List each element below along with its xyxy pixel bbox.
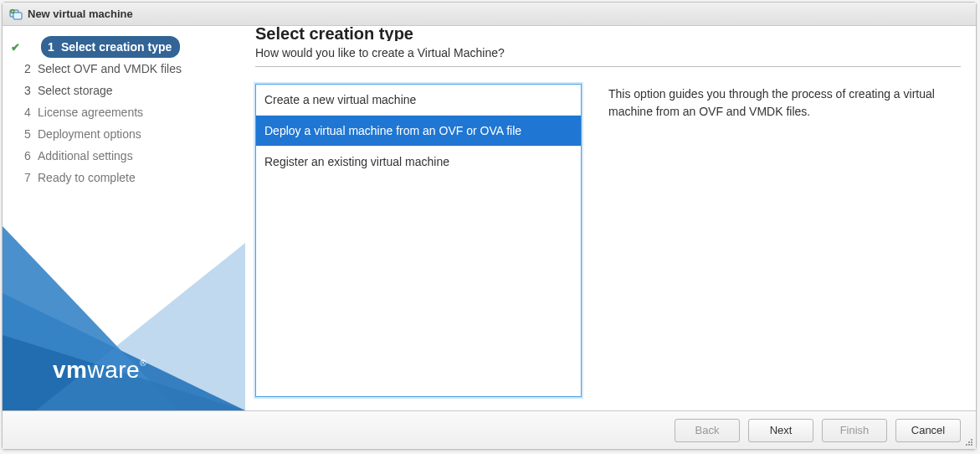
vm-icon bbox=[9, 8, 23, 21]
wizard-step-7[interactable]: ✔7Ready to complete bbox=[3, 167, 245, 188]
creation-type-list[interactable]: Create a new virtual machineDeploy a vir… bbox=[255, 84, 582, 397]
logo-bold: vm bbox=[53, 357, 87, 383]
step-label: License agreements bbox=[38, 106, 143, 119]
step-label: Deployment options bbox=[38, 127, 141, 141]
svg-rect-10 bbox=[971, 444, 972, 446]
step-number: 4 bbox=[24, 106, 38, 119]
main-panel: Select creation type How would you like … bbox=[245, 26, 976, 410]
dialog-body: ✔1Select creation type✔2Select OVF and V… bbox=[3, 26, 976, 410]
step-label: Select creation type bbox=[61, 40, 172, 54]
resize-grip-icon[interactable] bbox=[964, 437, 974, 447]
step-label: Select OVF and VMDK files bbox=[38, 62, 182, 75]
step-label: Ready to complete bbox=[38, 171, 136, 184]
step-number: 1 bbox=[48, 40, 61, 54]
step-number: 5 bbox=[24, 127, 38, 141]
wizard-step-6[interactable]: ✔6Additional settings bbox=[3, 145, 245, 167]
finish-button[interactable]: Finish bbox=[822, 419, 887, 442]
check-icon: ✔ bbox=[8, 41, 23, 54]
svg-rect-7 bbox=[971, 439, 972, 441]
wizard-step-2[interactable]: ✔2Select OVF and VMDK files bbox=[3, 58, 245, 80]
wizard-step-1[interactable]: 1Select creation type bbox=[41, 36, 180, 58]
content-columns: Create a new virtual machineDeploy a vir… bbox=[255, 84, 961, 410]
creation-option-0[interactable]: Create a new virtual machine bbox=[256, 85, 581, 116]
svg-marker-3 bbox=[3, 293, 245, 410]
wizard-step-5[interactable]: ✔5Deployment options bbox=[3, 123, 245, 145]
dialog-footer: Back Next Finish Cancel bbox=[3, 410, 976, 449]
step-label: Select storage bbox=[38, 84, 113, 97]
creation-option-1[interactable]: Deploy a virtual machine from an OVF or … bbox=[256, 116, 581, 147]
stage-title: Select creation type bbox=[255, 24, 961, 41]
main-header: Select creation type How would you like … bbox=[255, 26, 961, 84]
logo-reg: ® bbox=[140, 359, 146, 368]
svg-rect-8 bbox=[971, 441, 972, 443]
wizard-step-3[interactable]: ✔3Select storage bbox=[3, 80, 245, 101]
svg-rect-12 bbox=[966, 444, 967, 446]
next-button[interactable]: Next bbox=[748, 419, 813, 442]
option-description: This option guides you through the proce… bbox=[608, 84, 961, 410]
step-number: 2 bbox=[24, 62, 38, 75]
svg-rect-11 bbox=[968, 444, 970, 446]
wizard-step-4[interactable]: ✔4License agreements bbox=[3, 101, 245, 123]
logo-light: ware bbox=[87, 357, 140, 383]
svg-rect-1 bbox=[13, 13, 22, 19]
step-label: Additional settings bbox=[38, 149, 133, 163]
stage-subtitle: How would you like to create a Virtual M… bbox=[255, 46, 961, 59]
divider bbox=[255, 66, 961, 67]
creation-option-2[interactable]: Register an existing virtual machine bbox=[256, 147, 581, 177]
title-bar: New virtual machine bbox=[3, 3, 976, 26]
cancel-button[interactable]: Cancel bbox=[895, 419, 961, 442]
dialog-new-vm: New virtual machine ✔1Select creation ty… bbox=[2, 2, 977, 450]
svg-marker-6 bbox=[36, 243, 245, 410]
wizard-steps-panel: ✔1Select creation type✔2Select OVF and V… bbox=[3, 26, 245, 410]
vmware-logo: vmware® bbox=[53, 357, 146, 384]
step-number: 3 bbox=[24, 84, 38, 97]
step-number: 6 bbox=[24, 149, 38, 163]
dialog-title: New virtual machine bbox=[28, 8, 133, 20]
back-button[interactable]: Back bbox=[675, 419, 740, 442]
step-number: 7 bbox=[24, 171, 38, 184]
svg-rect-9 bbox=[968, 441, 970, 443]
